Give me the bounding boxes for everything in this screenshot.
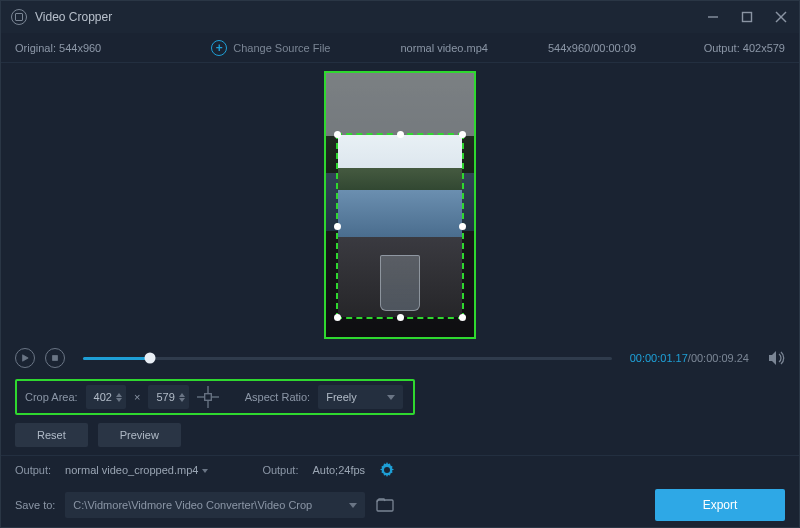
output-label: Output:: [704, 42, 740, 54]
output-settings-value: Auto;24fps: [312, 464, 365, 476]
save-path-value: C:\Vidmore\Vidmore Video Converter\Video…: [73, 499, 312, 511]
crop-height-value: 579: [156, 391, 174, 403]
save-path-select[interactable]: C:\Vidmore\Vidmore Video Converter\Video…: [65, 492, 365, 518]
source-dims-time: 544x960/00:00:09: [548, 42, 636, 54]
save-bar: Save to: C:\Vidmore\Vidmore Video Conver…: [1, 483, 799, 527]
svg-rect-11: [204, 394, 211, 401]
chevron-down-icon: [202, 469, 208, 473]
center-crop-icon[interactable]: [197, 386, 219, 408]
output-file-label: Output:: [15, 464, 51, 476]
seek-fill: [83, 357, 150, 360]
open-folder-icon[interactable]: [375, 495, 395, 515]
output-bar: Output: normal video_cropped.mp4 Output:…: [1, 455, 799, 483]
time-duration: 00:00:09.24: [691, 352, 749, 364]
width-up[interactable]: [116, 393, 122, 397]
preview-button[interactable]: Preview: [98, 423, 181, 447]
svg-marker-4: [23, 355, 29, 361]
aspect-ratio-label: Aspect Ratio:: [245, 391, 310, 403]
stop-button[interactable]: [45, 348, 65, 368]
output-filename[interactable]: normal video_cropped.mp4: [65, 464, 208, 476]
change-source-label: Change Source File: [233, 42, 330, 54]
aspect-ratio-value: Freely: [326, 391, 357, 403]
info-bar: Original: 544x960 + Change Source File n…: [1, 33, 799, 63]
crop-handle-br[interactable]: [459, 314, 466, 321]
source-filename: normal video.mp4: [400, 42, 487, 54]
titlebar: Video Cropper: [1, 1, 799, 33]
volume-icon[interactable]: [767, 349, 785, 367]
export-button[interactable]: Export: [655, 489, 785, 521]
seek-slider[interactable]: [83, 357, 612, 360]
chevron-down-icon: [387, 395, 395, 400]
crop-handle-tr[interactable]: [459, 131, 466, 138]
crop-handle-mr[interactable]: [459, 223, 466, 230]
gear-icon[interactable]: [379, 462, 395, 478]
height-down[interactable]: [179, 398, 185, 402]
play-button[interactable]: [15, 348, 35, 368]
output-dims: 402x579: [743, 42, 785, 54]
aspect-ratio-select[interactable]: Freely: [318, 385, 403, 409]
crop-handle-tl[interactable]: [334, 131, 341, 138]
chevron-down-icon: [349, 503, 357, 508]
minimize-button[interactable]: [705, 9, 721, 25]
app-title: Video Cropper: [35, 10, 112, 24]
original-dims: 544x960: [59, 42, 101, 54]
svg-rect-5: [53, 356, 58, 361]
plus-icon: +: [211, 40, 227, 56]
maximize-button[interactable]: [739, 9, 755, 25]
crop-area-label: Crop Area:: [25, 391, 78, 403]
svg-rect-12: [377, 500, 393, 511]
playback-bar: 00:00:01.17 / 00:00:09.24: [1, 343, 799, 373]
crop-width-value: 402: [94, 391, 112, 403]
crop-handle-bm[interactable]: [397, 314, 404, 321]
crop-handle-tm[interactable]: [397, 131, 404, 138]
save-to-label: Save to:: [15, 499, 55, 511]
crop-height-input[interactable]: 579: [148, 385, 188, 409]
timecode: 00:00:01.17 / 00:00:09.24: [630, 352, 749, 364]
preview-area: [1, 63, 799, 343]
seek-thumb[interactable]: [145, 353, 156, 364]
svg-marker-6: [769, 351, 776, 365]
crop-controls: Crop Area: 402 × 579 Aspect Ratio: Freel…: [15, 379, 415, 415]
app-window: Video Cropper Original: 544x960 + Change…: [0, 0, 800, 528]
change-source-button[interactable]: + Change Source File: [211, 40, 330, 56]
crop-width-input[interactable]: 402: [86, 385, 126, 409]
video-frame[interactable]: [324, 71, 476, 339]
action-buttons: Reset Preview: [1, 423, 799, 455]
app-icon: [11, 9, 27, 25]
times-symbol: ×: [134, 391, 140, 403]
svg-rect-1: [743, 13, 752, 22]
original-label: Original:: [15, 42, 56, 54]
crop-handle-bl[interactable]: [334, 314, 341, 321]
crop-rectangle[interactable]: [336, 133, 464, 319]
output-settings-label: Output:: [262, 464, 298, 476]
crop-handle-ml[interactable]: [334, 223, 341, 230]
output-dims-group: Output: 402x579: [704, 42, 785, 54]
width-down[interactable]: [116, 398, 122, 402]
reset-button[interactable]: Reset: [15, 423, 88, 447]
height-up[interactable]: [179, 393, 185, 397]
window-controls: [705, 9, 789, 25]
close-button[interactable]: [773, 9, 789, 25]
time-current: 00:00:01.17: [630, 352, 688, 364]
